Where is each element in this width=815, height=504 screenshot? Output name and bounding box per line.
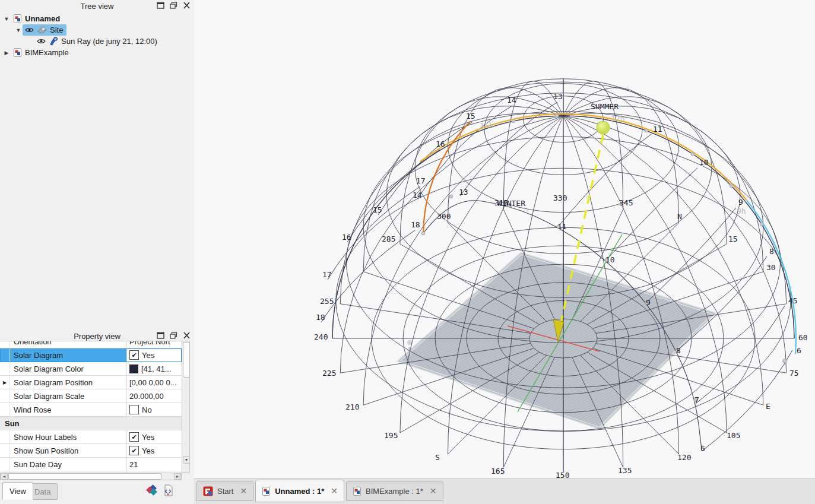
document-tab-unnamed-1[interactable]: Unnamed : 1*✕ bbox=[255, 480, 344, 502]
tree-expander-down-icon[interactable]: ▼ bbox=[2, 16, 11, 22]
scroll-right-arrow-icon[interactable]: ► bbox=[174, 473, 181, 480]
property-value[interactable]: [41, 41... bbox=[127, 364, 182, 373]
color-swatch[interactable] bbox=[129, 364, 138, 373]
property-view-dock: Property view OrientationProject NortSol… bbox=[0, 330, 194, 504]
property-row-solar-diagram-position[interactable]: ▶Solar Diagram Position[0,00 0,00 0... bbox=[0, 376, 182, 389]
hour-label: 16 bbox=[436, 140, 445, 148]
document-tab-label: Start bbox=[217, 487, 233, 496]
property-label: Orientation bbox=[10, 341, 127, 348]
azimuth-label: 60 bbox=[798, 333, 808, 342]
sun-position-sphere[interactable] bbox=[597, 121, 610, 134]
tree-item-content[interactable]: BIMExample bbox=[11, 47, 72, 58]
property-value[interactable]: 21 bbox=[127, 460, 182, 469]
property-row-sun[interactable]: Sun bbox=[0, 417, 182, 430]
document-icon bbox=[13, 14, 22, 23]
property-value[interactable]: Project Nort bbox=[127, 341, 182, 346]
tab-view-label: View bbox=[9, 487, 26, 496]
report-file-icon[interactable] bbox=[163, 484, 174, 496]
hour-label: 18 bbox=[316, 313, 325, 322]
checkbox-checked-icon[interactable]: ✔ bbox=[129, 350, 139, 360]
tree-expander-down-icon[interactable]: ▼ bbox=[14, 27, 23, 33]
equinox-arc bbox=[747, 200, 796, 354]
property-value-text: No bbox=[142, 405, 152, 414]
property-horizontal-scrollbar[interactable]: ◄ ► bbox=[0, 473, 182, 480]
dock-float-icon[interactable] bbox=[170, 2, 177, 9]
tree-item-sun-ray-de-juny-21-12-00[interactable]: Sun Ray (de juny 21, 12:00) bbox=[0, 36, 194, 47]
freecad-logo-icon bbox=[203, 486, 213, 496]
hour-label: 10 bbox=[699, 158, 709, 167]
hour-label: 13 bbox=[459, 188, 468, 196]
scrollbar-thumb[interactable] bbox=[8, 473, 161, 480]
hour-line bbox=[347, 150, 440, 242]
tree-item-content[interactable]: Sun Ray (de juny 21, 12:00) bbox=[34, 36, 161, 47]
property-row-orientation[interactable]: OrientationProject Nort bbox=[0, 341, 182, 348]
azimuth-label: 75 bbox=[789, 369, 799, 378]
scrollbar-thumb[interactable] bbox=[183, 342, 190, 378]
hour-tag-label: 9h bbox=[737, 207, 746, 215]
3d-viewport[interactable]: 300315330345N1530456075E105120135150165S… bbox=[194, 0, 815, 478]
property-label: Solar Diagram bbox=[10, 348, 127, 362]
dock-restore-icon[interactable] bbox=[157, 332, 164, 339]
hour-dot bbox=[760, 223, 763, 226]
tab-view[interactable]: View bbox=[2, 482, 33, 500]
property-row-show-sun-position[interactable]: Show Sun Position✔Yes bbox=[0, 444, 182, 458]
combo-view-icon[interactable] bbox=[146, 484, 158, 496]
tree-item-site[interactable]: ▼Site bbox=[0, 24, 194, 36]
hour-dot bbox=[512, 119, 515, 123]
tree-item-bimexample[interactable]: ▶BIMExample bbox=[0, 47, 194, 58]
hour-dot bbox=[783, 359, 787, 363]
dock-close-icon[interactable] bbox=[183, 2, 191, 9]
tab-close-icon[interactable]: ✕ bbox=[240, 486, 247, 496]
checkbox-checked-icon[interactable]: ✔ bbox=[129, 446, 139, 455]
property-value[interactable]: [0,00 0,00 0... bbox=[127, 378, 182, 387]
tab-data-label: Data bbox=[34, 487, 50, 496]
property-value-text: Yes bbox=[142, 433, 154, 442]
tree-item-content[interactable]: Unnamed bbox=[11, 13, 64, 24]
hour-label: 13 bbox=[553, 92, 563, 101]
hour-label: 6 bbox=[700, 444, 705, 453]
tab-close-icon[interactable]: ✕ bbox=[430, 486, 437, 496]
dock-restore-icon[interactable] bbox=[157, 2, 164, 9]
tree-item-unnamed[interactable]: ▼Unnamed bbox=[0, 13, 194, 24]
hour-label: 18 bbox=[411, 220, 420, 229]
tab-close-icon[interactable]: ✕ bbox=[331, 486, 338, 496]
document-tab-label: BIMExample : 1* bbox=[366, 487, 423, 496]
property-row-wind-rose[interactable]: Wind RoseNo bbox=[0, 403, 182, 417]
tree-expander-right-icon[interactable]: ▶ bbox=[2, 50, 11, 56]
tree-item-label: Sun Ray (de juny 21, 12:00) bbox=[60, 37, 157, 46]
property-label: Solar Diagram Scale bbox=[10, 389, 127, 402]
property-gutter bbox=[0, 389, 10, 402]
scroll-down-arrow-icon[interactable]: ▼ bbox=[183, 456, 190, 464]
meridian-arc bbox=[563, 106, 763, 272]
panel-tab-bar: View Data bbox=[0, 481, 194, 504]
property-row-sun-date-day[interactable]: Sun Date Day21 bbox=[0, 458, 182, 471]
dock-float-icon[interactable] bbox=[170, 332, 177, 339]
document-icon bbox=[262, 487, 271, 496]
property-value[interactable]: ✔Yes bbox=[127, 446, 182, 455]
property-value[interactable]: ✔Yes bbox=[127, 350, 182, 360]
property-value[interactable]: ✔Yes bbox=[127, 432, 182, 442]
tree-view[interactable]: ▼Unnamed▼SiteSun Ray (de juny 21, 12:00)… bbox=[0, 12, 194, 58]
property-value[interactable]: No bbox=[127, 405, 182, 414]
checkbox-unchecked-icon[interactable] bbox=[129, 405, 139, 414]
document-tab-start[interactable]: Start✕ bbox=[196, 481, 253, 501]
property-value[interactable]: 20.000,00 bbox=[127, 392, 182, 401]
property-row-solar-diagram-scale[interactable]: Solar Diagram Scale20.000,00 bbox=[0, 389, 182, 403]
property-vertical-scrollbar[interactable]: ▼ bbox=[182, 341, 190, 473]
document-tab-bimexample-1[interactable]: BIMExample : 1*✕ bbox=[346, 481, 443, 501]
property-value-text: Yes bbox=[142, 351, 154, 360]
property-row-show-hour-labels[interactable]: Show Hour Labels✔Yes bbox=[0, 430, 182, 444]
tree-selection-highlight[interactable]: Site bbox=[23, 24, 66, 36]
scroll-left-arrow-icon[interactable]: ◄ bbox=[1, 473, 8, 480]
checkbox-checked-icon[interactable]: ✔ bbox=[129, 432, 139, 442]
document-icon bbox=[13, 48, 22, 57]
azimuth-label: 225 bbox=[322, 369, 336, 378]
property-row-solar-diagram[interactable]: Solar Diagram✔Yes bbox=[0, 348, 182, 362]
property-expander-icon[interactable]: ▶ bbox=[0, 376, 10, 389]
property-row-solar-diagram-color[interactable]: Solar Diagram Color[41, 41... bbox=[0, 362, 182, 376]
dock-close-icon[interactable] bbox=[183, 332, 191, 339]
property-table[interactable]: OrientationProject NortSolar Diagram✔Yes… bbox=[0, 341, 190, 473]
property-gutter bbox=[0, 430, 10, 443]
season-label: SUMMER bbox=[591, 102, 619, 111]
hour-label: 14 bbox=[413, 191, 422, 199]
